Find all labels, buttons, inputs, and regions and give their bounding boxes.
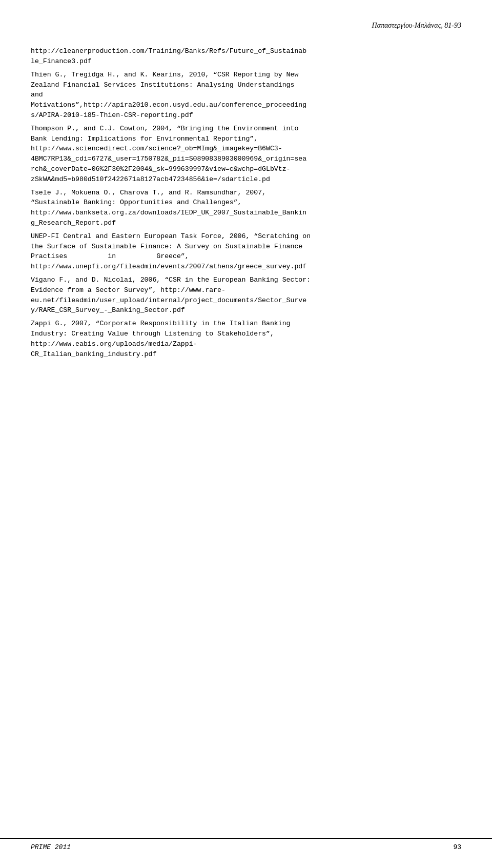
- list-item: UNEP-FI Central and Eastern European Tas…: [31, 231, 461, 272]
- list-item: http://cleanerproduction.com/Training/Ba…: [31, 46, 461, 67]
- services-word: Services: [104, 81, 136, 89]
- footer-page-number: 93: [453, 843, 461, 853]
- reference-text: UNEP-FI Central and Eastern European Tas…: [31, 231, 461, 272]
- list-item: Tsele J., Mokuena O., Charova T., and R.…: [31, 188, 461, 228]
- page-container: Παπαστεργίου-Μπλάνας, 81-93 http://clean…: [0, 0, 492, 868]
- reference-text: http://cleanerproduction.com/Training/Ba…: [31, 46, 461, 67]
- reference-text: Vigano F., and D. Nicolai, 2006, “CSR in…: [31, 275, 461, 315]
- header-text: Παπαστεργίου-Μπλάνας, 81-93: [372, 22, 461, 29]
- page-header: Παπαστεργίου-Μπλάνας, 81-93: [31, 21, 461, 31]
- references-section: http://cleanerproduction.com/Training/Ba…: [31, 46, 461, 359]
- list-item: Vigano F., and D. Nicolai, 2006, “CSR in…: [31, 275, 461, 315]
- reference-text: Zappi G., 2007, “Corporate Responsibilit…: [31, 319, 461, 359]
- list-item: Thien G., Tregidga H., and K. Kearins, 2…: [31, 70, 461, 121]
- reference-text: Thompson P., and C.J. Cowton, 2004, “Bri…: [31, 124, 461, 185]
- creating-word: Creating: [71, 330, 104, 338]
- page-footer: PRIME 2011 93: [0, 838, 492, 853]
- of-word: of: [79, 243, 88, 250]
- footer-journal: PRIME 2011: [31, 843, 71, 853]
- list-item: Zappi G., 2007, “Corporate Responsibilit…: [31, 319, 461, 359]
- list-item: Thompson P., and C.J. Cowton, 2004, “Bri…: [31, 124, 461, 185]
- reference-text: Tsele J., Mokuena O., Charova T., and R.…: [31, 188, 461, 228]
- reference-text: Thien G., Tregidga H., and K. Kearins, 2…: [31, 70, 461, 121]
